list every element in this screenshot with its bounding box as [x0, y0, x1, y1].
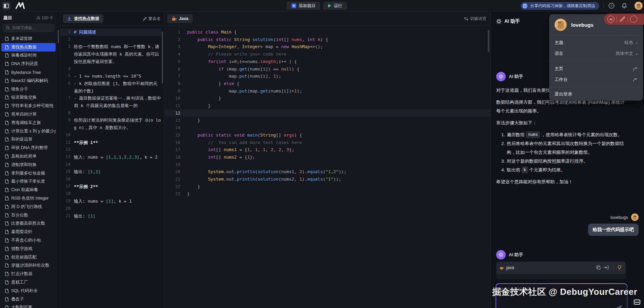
- sidebar-item[interactable]: Cion 勒索病毒: [1, 186, 56, 194]
- document-icon: [5, 163, 9, 167]
- sidebar-item[interactable]: DNA 序列还原: [1, 60, 56, 68]
- sidebar-item-label: 百分位数: [11, 212, 28, 218]
- avatar-owl: [637, 3, 641, 8]
- sidebar-item-label: 叠盘子: [11, 296, 24, 302]
- sidebar-item[interactable]: 链表聚集交换: [1, 94, 56, 102]
- sidebar-item[interactable]: 进制求和转换: [1, 161, 56, 169]
- menu-link-工作台[interactable]: 工作台: [549, 74, 643, 85]
- sidebar-item[interactable]: 大数和距离: [1, 304, 56, 308]
- md-line: 16: [60, 176, 161, 183]
- sidebar-item[interactable]: SQL 代码补全: [1, 287, 56, 295]
- sidebar-item-label: 最小替换子串长度: [11, 179, 45, 184]
- switch-language-label: 切换语言: [470, 16, 486, 22]
- editor-scrollbar[interactable]: [488, 30, 489, 52]
- problem-description[interactable]: 1# 问题描述23给你一个整数数组 nums 和一个整数 k，请你返回其中出现频…: [60, 28, 161, 308]
- sidebar-item[interactable]: 病毒感染时间: [1, 52, 56, 60]
- code-area[interactable]: 1public class Main {2 public static Stri…: [165, 28, 490, 308]
- chevron-right-icon: ›: [636, 40, 638, 46]
- sidebar-item[interactable]: 多米诺骨牌: [1, 35, 56, 43]
- md-line: 11**示例 1**: [60, 139, 161, 146]
- sidebar-item[interactable]: 猜数字游戏: [1, 245, 56, 253]
- logout-button[interactable]: 退出登录: [549, 87, 643, 101]
- sidebar-item[interactable]: 拿到最多红包金额: [1, 169, 56, 178]
- overlay-partial-icon[interactable]: [630, 16, 637, 23]
- sidebar-item[interactable]: 字符串有多少种可能性: [1, 102, 56, 110]
- sidebar-item[interactable]: 蛋糕工厂: [1, 278, 56, 287]
- search-input[interactable]: [12, 25, 49, 30]
- sidebar-toggle-icon: [4, 4, 9, 8]
- code-line: 17 int[] nums1 = {1, 1, 1, 2, 2, 3};: [165, 146, 490, 153]
- sidebar-item[interactable]: 阿 D 的飞行路线: [1, 203, 56, 211]
- sidebar-item[interactable]: 创意标题匹配: [1, 253, 56, 262]
- document-icon: [5, 95, 9, 100]
- insert-code-icon[interactable]: [604, 265, 609, 270]
- sidebar-item[interactable]: 青海湖租车之旅: [1, 119, 56, 127]
- rename-button[interactable]: 重命名: [143, 16, 161, 22]
- code-line: 2 public static String solution(int[] nu…: [165, 36, 490, 43]
- sidebar-item[interactable]: Base32 编码和解码: [1, 77, 56, 85]
- sidebar-item[interactable]: 百分位数: [1, 211, 56, 220]
- problem-scrollbar[interactable]: [162, 31, 163, 84]
- user-name: lovebugs: [610, 215, 628, 220]
- external-link-icon: [632, 66, 638, 71]
- sidebar-item-label: 打点计数器: [11, 271, 33, 277]
- sidebar-item[interactable]: 及格如此简单: [1, 152, 56, 161]
- ai-overlay-icon[interactable]: AI: [607, 16, 615, 23]
- menu-link-label: 工作台: [555, 77, 568, 83]
- send-icon[interactable]: [615, 305, 622, 308]
- sidebar-item[interactable]: 比赛最高获胜次数: [1, 220, 56, 228]
- ai-assistant-name: AI 助手: [509, 252, 523, 258]
- user-avatar[interactable]: [635, 2, 643, 10]
- sidebar-toggle-button[interactable]: [2, 2, 11, 10]
- document-icon: [5, 37, 9, 41]
- ai-panel-header: AI 助手: [496, 18, 520, 24]
- menu-link-主页[interactable]: 主页: [549, 63, 643, 74]
- sidebar-item-label: 简单四则计算: [11, 111, 37, 117]
- help-icon[interactable]: ?: [608, 3, 615, 9]
- sidebar-item[interactable]: 最小替换子串长度: [1, 178, 56, 186]
- sidebar-item[interactable]: 不再贪心的小包: [1, 236, 56, 245]
- user-message-bubble: 给我一些代码提示吧: [588, 224, 639, 236]
- md-line: 4: [60, 65, 161, 73]
- ai-assistant-name: AI 助手: [509, 74, 523, 80]
- sidebar-item[interactable]: 查找热点数据: [1, 43, 56, 52]
- copy-icon[interactable]: [596, 265, 601, 270]
- add-problem-button[interactable]: 添加题目: [287, 2, 320, 10]
- sidebar-item[interactable]: Bytedance Tree: [1, 68, 56, 77]
- run-button[interactable]: 运行: [323, 2, 347, 10]
- sidebar-item[interactable]: RGB 色值转 Integer: [1, 194, 56, 203]
- menu-username: lovebugs: [571, 22, 593, 28]
- sidebar-item-label: 不再贪心的小包: [11, 238, 41, 243]
- sidebar-item[interactable]: 环状 DNA 序列整理: [1, 144, 56, 152]
- switch-language-button[interactable]: 切换语言: [464, 16, 486, 22]
- sidebar-item[interactable]: 叠盘子: [1, 295, 56, 304]
- sidebar-item[interactable]: 和的逆运算: [1, 136, 56, 144]
- problem-count: 共 100 个: [36, 15, 54, 21]
- sidebar-item[interactable]: 暴雨梨花针: [1, 228, 56, 236]
- language-tab[interactable]: Java: [167, 14, 193, 23]
- document-icon: [5, 146, 9, 150]
- sidebar-item[interactable]: 猫鱼分干: [1, 85, 56, 94]
- ai-panel-title: AI 助手: [504, 18, 520, 24]
- bell-icon[interactable]: [621, 3, 627, 9]
- inline-code-chip: nums: [526, 131, 540, 138]
- document-icon: [5, 263, 9, 268]
- menu-item-主题[interactable]: 主题暗色›: [549, 37, 643, 48]
- ai-message-body: 对于这道题，我们首先要找出出现频率前 k 高的元素。数据结构选择方面，我们可以考…: [496, 86, 627, 186]
- problem-tab[interactable]: 查找热点数据: [63, 14, 103, 23]
- annotate-pencil-icon[interactable]: [619, 16, 626, 23]
- sidebar-item[interactable]: 简单四则计算: [1, 110, 56, 119]
- promo-banner[interactable]: 分享代码练习体验，领限量定制周边: [521, 2, 599, 10]
- md-line: 10: [60, 131, 161, 139]
- menu-item-语言[interactable]: 语言简体中文›: [549, 48, 643, 59]
- ai-message: AI 助手: [496, 250, 627, 260]
- lightbulb-icon[interactable]: [617, 265, 622, 270]
- md-line: 12: [60, 146, 161, 153]
- sidebar-scrollbar[interactable]: [58, 30, 59, 43]
- sidebar-item[interactable]: 穿越沙漠的补给次数: [1, 262, 56, 270]
- sidebar-item-label: 计算位置 x 到 y 的最少步数: [11, 128, 56, 134]
- sidebar-item[interactable]: 打点计数器: [1, 270, 56, 278]
- sidebar-item[interactable]: 计算位置 x 到 y 的最少步数: [1, 127, 56, 136]
- search-box[interactable]: [3, 24, 54, 32]
- code-line: 12: [165, 109, 490, 117]
